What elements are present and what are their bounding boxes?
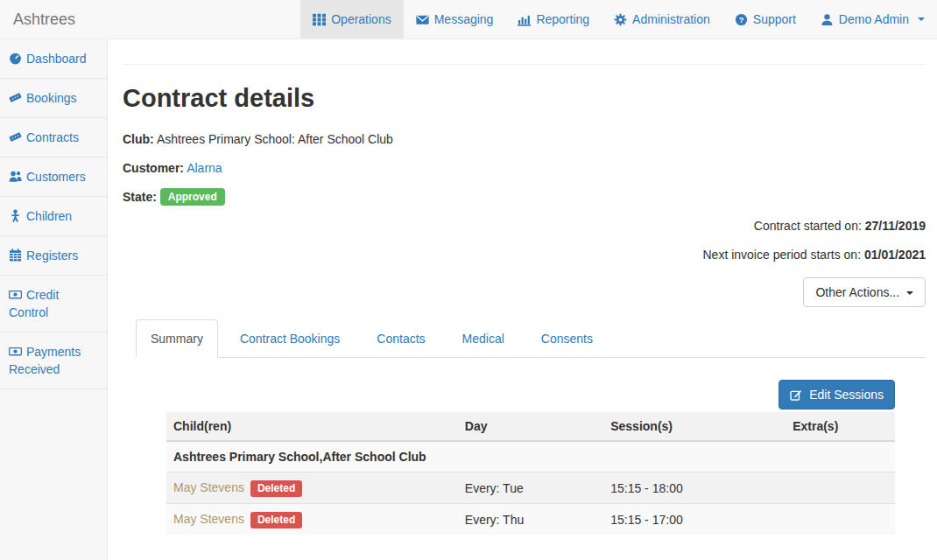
question-circle-icon: ? [735, 13, 748, 26]
nav-item-messaging[interactable]: Messaging [404, 0, 506, 38]
sidebar-item-label: Bookings [26, 91, 77, 105]
child-cell: May StevensDeleted [166, 504, 458, 536]
tab-summary[interactable]: Summary [136, 319, 218, 358]
money-icon [9, 345, 22, 358]
user-icon [821, 13, 834, 26]
sidebar: Dashboard Bookings Contracts Customers C… [0, 39, 108, 560]
sidebar-item-label: Children [26, 209, 72, 223]
primary-nav: Operations Messaging Reporting Administr… [300, 0, 937, 38]
status-badge: Approved [160, 188, 225, 206]
club-row: Club: Ashtrees Primary School: After Sch… [123, 130, 926, 148]
nav-label: Support [753, 12, 796, 26]
envelope-icon [416, 13, 429, 26]
customer-link[interactable]: Alarna [187, 161, 222, 175]
next-invoice-label: Next invoice period starts on: [703, 248, 862, 262]
deleted-badge: Deleted [250, 480, 302, 497]
sidebar-item-children[interactable]: Children [0, 197, 107, 236]
nav-item-reporting[interactable]: Reporting [505, 0, 602, 38]
table-row: May StevensDeleted Every: Thu 15:15 - 17… [166, 504, 895, 536]
next-invoice-row: Next invoice period starts on: 01/01/202… [123, 246, 926, 263]
sidebar-item-registers[interactable]: Registers [0, 236, 107, 276]
sidebar-item-label: Dashboard [26, 52, 87, 66]
chevron-down-icon [906, 291, 913, 295]
main-content: Contract details Club: Ashtrees Primary … [108, 39, 937, 560]
nav-item-user-menu[interactable]: Demo Admin [808, 0, 937, 38]
edit-sessions-button[interactable]: Edit Sessions [778, 380, 895, 410]
tab-contacts[interactable]: Contacts [362, 319, 440, 358]
svg-text:?: ? [738, 15, 743, 24]
other-actions-button[interactable]: Other Actions... [803, 277, 926, 307]
sidebar-item-payments-received[interactable]: Payments Received [0, 332, 107, 389]
nav-item-support[interactable]: ? Support [722, 0, 808, 38]
session-cell: 15:15 - 17:00 [603, 504, 786, 536]
col-header-day: Day [458, 412, 603, 441]
nav-item-operations[interactable]: Operations [300, 0, 403, 38]
edit-sessions-label: Edit Sessions [809, 387, 884, 402]
calendar-icon [9, 248, 22, 262]
next-invoice-value: 01/01/2021 [864, 248, 926, 262]
tab-bar: Summary Contract Bookings Contacts Medic… [136, 319, 926, 358]
sidebar-item-dashboard[interactable]: Dashboard [0, 39, 107, 79]
sidebar-item-bookings[interactable]: Bookings [0, 79, 107, 118]
col-header-extra: Extra(s) [786, 412, 895, 441]
session-cell: 15:15 - 18:00 [603, 472, 786, 504]
club-label: Club: [123, 132, 154, 146]
table-group-row: Ashtrees Primary School,After School Clu… [166, 441, 895, 472]
customer-row: Customer: Alarna [123, 159, 926, 177]
chevron-down-icon [918, 18, 925, 21]
tab-consents[interactable]: Consents [526, 319, 608, 358]
sidebar-item-credit-control[interactable]: Credit Control [0, 276, 107, 332]
state-label: State: [123, 190, 157, 204]
dashboard-icon [9, 52, 22, 65]
day-cell: Every: Thu [458, 504, 603, 536]
content-divider [123, 64, 926, 65]
group-row-label: Ashtrees Primary School,After School Clu… [166, 441, 895, 472]
ticket-icon [9, 130, 22, 144]
contract-dates: Contract started on: 27/11/2019 Next inv… [123, 217, 926, 307]
started-row: Contract started on: 27/11/2019 [123, 217, 926, 234]
extra-cell [786, 472, 895, 504]
col-header-session: Session(s) [603, 412, 786, 441]
page-title: Contract details [123, 84, 926, 113]
started-value: 27/11/2019 [865, 219, 926, 233]
child-cell: May StevensDeleted [166, 472, 458, 504]
deleted-badge: Deleted [250, 512, 302, 528]
top-navbar: Ashtrees Operations Messaging Reporting … [0, 0, 937, 39]
tab-contract-bookings[interactable]: Contract Bookings [225, 319, 355, 358]
sidebar-item-label: Customers [26, 170, 86, 184]
sessions-table: Child(ren) Day Session(s) Extra(s) Ashtr… [166, 412, 895, 535]
summary-panel: Edit Sessions Child(ren) Day Session(s) … [136, 358, 926, 535]
child-link[interactable]: May Stevens [173, 512, 244, 526]
money-icon [9, 288, 22, 301]
started-label: Contract started on: [754, 219, 862, 233]
col-header-children: Child(ren) [166, 412, 458, 441]
other-actions-label: Other Actions... [815, 285, 899, 299]
child-icon [9, 209, 22, 222]
brand[interactable]: Ashtrees [0, 0, 88, 38]
sidebar-item-label: Registers [26, 248, 78, 262]
child-link[interactable]: May Stevens [173, 480, 244, 494]
grid-icon [313, 13, 326, 26]
bar-chart-icon [518, 13, 531, 26]
ticket-icon [9, 91, 22, 104]
sidebar-item-customers[interactable]: Customers [0, 158, 107, 197]
nav-label: Messaging [434, 12, 494, 26]
tabs-section: Summary Contract Bookings Contacts Medic… [136, 319, 926, 535]
gear-icon [614, 13, 627, 26]
table-header-row: Child(ren) Day Session(s) Extra(s) [166, 412, 895, 441]
table-row: May StevensDeleted Every: Tue 15:15 - 18… [166, 472, 895, 504]
sidebar-item-contracts[interactable]: Contracts [0, 118, 107, 158]
nav-item-administration[interactable]: Administration [602, 0, 722, 38]
customer-label: Customer: [123, 161, 184, 175]
day-cell: Every: Tue [458, 472, 603, 504]
panel-actions: Edit Sessions [166, 380, 895, 410]
nav-label: Operations [331, 12, 391, 26]
state-row: State: Approved [123, 188, 926, 206]
nav-label: Reporting [536, 12, 589, 26]
sidebar-item-label: Contracts [26, 130, 79, 144]
users-icon [9, 170, 22, 183]
tab-medical[interactable]: Medical [447, 319, 519, 358]
nav-label: Administration [632, 12, 710, 26]
nav-label: Demo Admin [839, 12, 909, 26]
club-value: Ashtrees Primary School: After School Cl… [157, 132, 393, 146]
